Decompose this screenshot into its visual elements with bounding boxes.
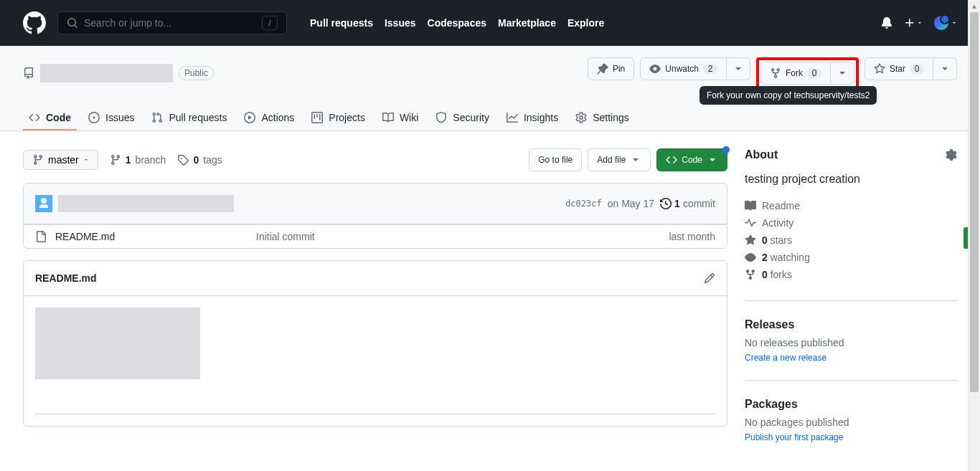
file-name[interactable]: README.md (55, 231, 256, 242)
search-bar[interactable]: / (57, 11, 287, 34)
about-title: About (745, 148, 957, 161)
book-icon (745, 200, 756, 211)
code-button[interactable]: Code (656, 148, 727, 171)
commit-sha[interactable]: dc023cf (565, 199, 602, 209)
repo-tabs: Code Issues Pull requests Actions Projec… (0, 106, 980, 130)
user-menu[interactable] (934, 16, 957, 30)
notifications-icon[interactable] (881, 17, 892, 29)
tab-issues[interactable]: Issues (83, 106, 140, 130)
tab-security[interactable]: Security (430, 106, 495, 130)
commit-author-avatar[interactable] (35, 195, 52, 212)
readme-box: README.md (23, 260, 727, 427)
tab-insights[interactable]: Insights (501, 106, 564, 130)
nav-issues[interactable]: Issues (385, 17, 416, 29)
about-activity[interactable]: Activity (745, 214, 957, 232)
star-menu-button[interactable] (933, 57, 957, 80)
eye-icon (649, 63, 661, 75)
nav-marketplace[interactable]: Marketplace (498, 17, 556, 29)
go-to-file-button[interactable]: Go to file (529, 148, 582, 171)
releases-section: Releases No releases published Create a … (745, 300, 957, 363)
caret-down-icon (939, 63, 951, 75)
pencil-icon[interactable] (704, 272, 715, 284)
tab-code[interactable]: Code (23, 106, 77, 130)
fork-tooltip: Fork your own copy of techsupervity/test… (699, 86, 877, 105)
star-icon (745, 234, 756, 246)
fork-highlight-box: Fork0 (756, 57, 859, 89)
publish-package-link[interactable]: Publish your first package (745, 432, 843, 442)
about-stars[interactable]: 0 stars (745, 232, 957, 249)
fork-icon (770, 67, 781, 79)
code-icon (666, 154, 677, 166)
about-forks[interactable]: 0 forks (745, 266, 957, 283)
commit-message-placeholder (58, 195, 234, 212)
fork-menu-button[interactable] (831, 62, 854, 85)
tab-actions[interactable]: Actions (238, 106, 300, 130)
repo-icon (23, 67, 34, 79)
caret-down-icon (951, 20, 957, 26)
about-readme[interactable]: Readme (745, 197, 957, 214)
nav-explore[interactable]: Explore (567, 17, 604, 29)
commit-date: on May 17 (608, 198, 654, 209)
caret-down-icon (917, 20, 923, 26)
star-button[interactable]: Star0 (864, 57, 933, 80)
caret-down-icon (837, 67, 848, 79)
issue-icon (88, 112, 100, 123)
top-header: / Pull requests Issues Codespaces Market… (0, 0, 980, 46)
nav-codespaces[interactable]: Codespaces (428, 17, 486, 29)
tab-settings[interactable]: Settings (570, 106, 635, 130)
project-icon (311, 112, 323, 123)
gear-icon (575, 112, 587, 123)
packages-section: Packages No packages published Publish y… (745, 380, 957, 442)
about-watching[interactable]: 2 watching (745, 249, 957, 266)
releases-title: Releases (745, 318, 957, 331)
tab-projects[interactable]: Projects (306, 106, 371, 130)
add-file-button[interactable]: Add file (588, 148, 651, 171)
pulse-icon (745, 217, 756, 229)
shield-icon (435, 112, 447, 123)
scrollbar[interactable]: ▲ (968, 0, 980, 460)
plus-icon[interactable] (904, 17, 915, 29)
packages-title: Packages (745, 398, 957, 411)
readme-filename[interactable]: README.md (35, 272, 97, 284)
readme-divider (35, 414, 715, 414)
main: master 1 branch 0 tags Go to file Add fi… (0, 131, 980, 460)
tag-count[interactable]: 0 tags (177, 154, 222, 166)
pull-request-icon (151, 112, 163, 123)
graph-icon (507, 112, 518, 123)
scroll-up-icon[interactable]: ▲ (969, 0, 980, 12)
book-icon (382, 112, 394, 123)
scroll-thumb[interactable] (970, 12, 979, 392)
fork-icon (745, 269, 756, 280)
releases-none: No releases published (745, 337, 957, 348)
search-icon (67, 17, 78, 29)
play-icon (244, 112, 255, 123)
sidebar: About testing project creation Readme Ac… (745, 148, 957, 442)
github-logo-icon[interactable] (23, 11, 46, 34)
file-listing: dc023cf on May 17 1 commit README.md Ini… (23, 183, 727, 249)
side-indicator (963, 227, 968, 249)
caret-down-icon (707, 154, 718, 166)
avatar (934, 16, 948, 30)
caret-down-icon (83, 157, 89, 163)
tab-wiki[interactable]: Wiki (377, 106, 424, 130)
unwatch-button[interactable]: Unwatch2 (640, 57, 727, 80)
gear-icon[interactable] (946, 149, 957, 161)
branch-selector[interactable]: master (23, 150, 98, 170)
file-row[interactable]: README.md Initial commit last month (24, 224, 727, 248)
tab-pulls[interactable]: Pull requests (146, 106, 232, 130)
fork-button[interactable]: Fork0 (760, 62, 831, 85)
file-commit-msg[interactable]: Initial commit (256, 231, 669, 242)
commit-count[interactable]: 1 commit (660, 198, 715, 209)
branch-count[interactable]: 1 branch (110, 154, 166, 166)
branch-icon (32, 154, 44, 166)
file-nav: master 1 branch 0 tags Go to file Add fi… (23, 148, 727, 171)
search-input[interactable] (84, 17, 262, 29)
readme-heading-placeholder (35, 308, 200, 379)
file-icon (35, 231, 47, 242)
unwatch-menu-button[interactable] (727, 57, 750, 80)
nav-pulls[interactable]: Pull requests (310, 17, 373, 29)
create-release-link[interactable]: Create a new release (745, 353, 826, 363)
caret-down-icon (630, 154, 641, 166)
pin-button[interactable]: Pin (588, 57, 634, 80)
star-icon (874, 63, 885, 75)
